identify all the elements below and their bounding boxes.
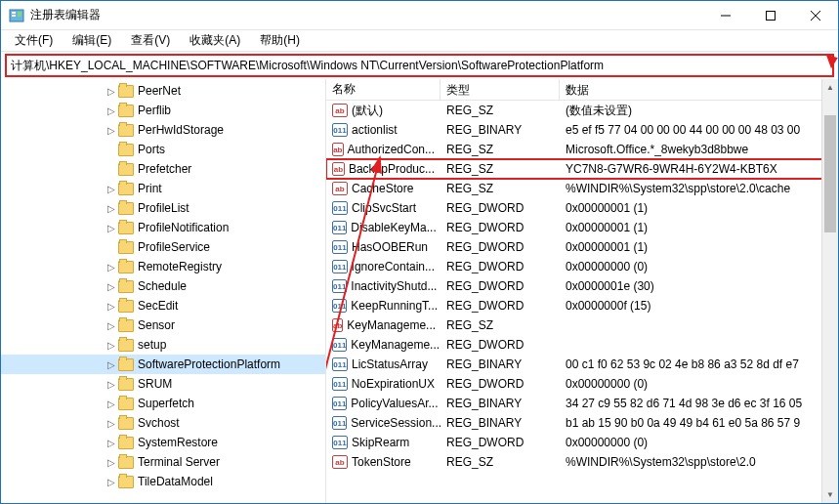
tree-item[interactable]: ▷SecEdit (1, 296, 325, 315)
tree-item[interactable]: ▷Superfetch (1, 394, 325, 413)
menu-edit[interactable]: 编辑(E) (64, 30, 119, 51)
expand-icon[interactable]: ▷ (105, 125, 118, 136)
cell-type: REG_DWORD (440, 377, 560, 391)
cell-type: REG_DWORD (440, 436, 560, 449)
expand-icon[interactable]: ▷ (105, 399, 118, 409)
list-row[interactable]: abBackupProduc...REG_SZYC7N8-G7WR6-9WR4H… (326, 159, 838, 179)
list-row[interactable]: 011DisableKeyMa...REG_DWORD0x00000001 (1… (326, 218, 838, 237)
col-header-data[interactable]: 数据 (560, 79, 838, 100)
expand-icon[interactable]: ▷ (105, 438, 118, 448)
col-header-name[interactable]: 名称 (326, 79, 440, 100)
value-name: ServiceSession... (351, 416, 440, 430)
tree-item[interactable]: ▷Svchost (1, 413, 325, 433)
menu-help[interactable]: 帮助(H) (252, 30, 308, 51)
folder-icon (118, 85, 134, 98)
expand-icon[interactable]: ▷ (105, 477, 118, 487)
list-row[interactable]: 011KeyManageme...REG_DWORD (326, 335, 838, 355)
tree-item[interactable]: Ports (1, 140, 325, 159)
minimize-button[interactable] (703, 1, 748, 30)
tree-panel[interactable]: ▷PeerNet▷Perflib▷PerHwIdStoragePortsPref… (1, 79, 326, 503)
list-row[interactable]: abTokenStoreREG_SZ%WINDIR%\System32\spp\… (326, 452, 838, 472)
registry-editor-window: 注册表编辑器 文件(F) 编辑(E) 查看(V) 收藏夹(A) 帮助(H) 计算… (0, 0, 839, 504)
tree-item[interactable]: ▷TileDataModel (1, 472, 325, 491)
list-row[interactable]: 011LicStatusArrayREG_BINARY00 c1 f0 62 5… (326, 355, 838, 374)
list-row[interactable]: abAuthorizedCon...REG_SZMicrosoft.Office… (326, 140, 838, 159)
tree-item[interactable]: ▷ProfileList (1, 198, 325, 218)
list-row[interactable]: 011HasOOBERunREG_DWORD0x00000001 (1) (326, 237, 838, 257)
tree-item[interactable]: ▷Perflib (1, 101, 325, 120)
vertical-scrollbar[interactable]: ▲ ▼ (821, 79, 838, 503)
cell-name: 011actionlist (326, 123, 440, 137)
list-panel[interactable]: 名称 类型 数据 ab(默认)REG_SZ(数值未设置)011actionlis… (326, 79, 838, 503)
expand-icon[interactable]: ▷ (105, 301, 118, 312)
expand-icon[interactable]: ▷ (105, 281, 118, 292)
scroll-down-button[interactable]: ▼ (822, 486, 838, 503)
address-bar[interactable]: 计算机\HKEY_LOCAL_MACHINE\SOFTWARE\Microsof… (5, 54, 834, 77)
list-row[interactable]: 011IgnoreContain...REG_DWORD0x00000000 (… (326, 257, 838, 276)
folder-icon (118, 202, 134, 215)
list-row[interactable]: 011actionlistREG_BINARYe5 ef f5 77 04 00… (326, 120, 838, 140)
tree-item[interactable]: ▷SRUM (1, 374, 325, 394)
tree-item[interactable]: Prefetcher (1, 159, 325, 179)
tree-item[interactable]: ▷Terminal Server (1, 452, 325, 472)
folder-icon (118, 319, 134, 332)
expand-icon[interactable]: ▷ (105, 359, 118, 370)
tree-item[interactable]: ▷PerHwIdStorage (1, 120, 325, 140)
expand-icon[interactable]: ▷ (105, 457, 118, 468)
cell-data: e5 ef f5 77 04 00 00 00 44 00 00 00 48 0… (560, 123, 838, 137)
list-row[interactable]: abKeyManageme...REG_SZ (326, 315, 838, 335)
tree-item[interactable]: ▷Print (1, 179, 325, 198)
col-header-type[interactable]: 类型 (440, 79, 560, 100)
close-button[interactable] (793, 1, 838, 30)
list-row[interactable]: 011InactivityShutd...REG_DWORD0x0000001e… (326, 276, 838, 296)
tree-item-label: ProfileService (138, 240, 210, 254)
scroll-up-button[interactable]: ▲ (822, 79, 838, 96)
list-header: 名称 类型 数据 (326, 79, 838, 101)
expand-icon[interactable]: ▷ (105, 262, 118, 273)
tree-item[interactable]: ProfileService (1, 237, 325, 257)
list-row[interactable]: 011ServiceSession...REG_BINARYb1 ab 15 9… (326, 413, 838, 433)
list-row[interactable]: 011ClipSvcStartREG_DWORD0x00000001 (1) (326, 198, 838, 218)
expand-icon[interactable]: ▷ (105, 320, 118, 331)
menu-view[interactable]: 查看(V) (123, 30, 178, 51)
expand-icon[interactable]: ▷ (105, 379, 118, 390)
titlebar: 注册表编辑器 (1, 1, 838, 30)
tree-item[interactable]: ▷ProfileNotification (1, 218, 325, 237)
cell-data: 0x00000000 (0) (560, 377, 838, 391)
list-row[interactable]: ab(默认)REG_SZ(数值未设置) (326, 101, 838, 120)
cell-name: 011IgnoreContain... (326, 260, 440, 273)
tree-item[interactable]: ▷SystemRestore (1, 433, 325, 452)
tree-item[interactable]: ▷Schedule (1, 276, 325, 296)
menu-file[interactable]: 文件(F) (7, 30, 61, 51)
list-row[interactable]: 011SkipRearmREG_DWORD0x00000000 (0) (326, 433, 838, 452)
address-text: 计算机\HKEY_LOCAL_MACHINE\SOFTWARE\Microsof… (11, 58, 604, 74)
list-row[interactable]: 011KeepRunningT...REG_DWORD0x0000000f (1… (326, 296, 838, 315)
cell-type: REG_SZ (440, 104, 560, 117)
string-value-icon: ab (332, 104, 348, 117)
expand-icon[interactable]: ▷ (105, 340, 118, 351)
cell-data: %WINDIR%\System32\spp\store\2.0 (560, 455, 838, 469)
value-name: KeepRunningT... (351, 299, 438, 313)
list-row[interactable]: 011NoExpirationUXREG_DWORD0x00000000 (0) (326, 374, 838, 394)
list-row[interactable]: 011PolicyValuesAr...REG_BINARY34 27 c9 5… (326, 394, 838, 413)
value-name: TokenStore (352, 455, 411, 469)
expand-icon[interactable]: ▷ (105, 418, 118, 429)
menu-favorites[interactable]: 收藏夹(A) (182, 30, 248, 51)
cell-type: REG_SZ (440, 162, 560, 176)
tree-item[interactable]: ▷setup (1, 335, 325, 355)
maximize-button[interactable] (748, 1, 793, 30)
list-row[interactable]: abCacheStoreREG_SZ%WINDIR%\System32\spp\… (326, 179, 838, 198)
scroll-thumb[interactable] (824, 115, 836, 232)
tree-item[interactable]: ▷SoftwareProtectionPlatform (1, 355, 325, 374)
expand-icon[interactable]: ▷ (105, 86, 118, 97)
tree-item-label: SystemRestore (138, 436, 218, 449)
expand-icon[interactable]: ▷ (105, 105, 118, 116)
folder-icon (118, 358, 134, 371)
cell-data: 34 27 c9 55 82 d6 71 4d 98 3e d6 ec 3f 1… (560, 397, 838, 410)
tree-item[interactable]: ▷Sensor (1, 315, 325, 335)
tree-item[interactable]: ▷PeerNet (1, 81, 325, 101)
expand-icon[interactable]: ▷ (105, 203, 118, 214)
expand-icon[interactable]: ▷ (105, 184, 118, 194)
tree-item[interactable]: ▷RemoteRegistry (1, 257, 325, 276)
expand-icon[interactable]: ▷ (105, 223, 118, 233)
